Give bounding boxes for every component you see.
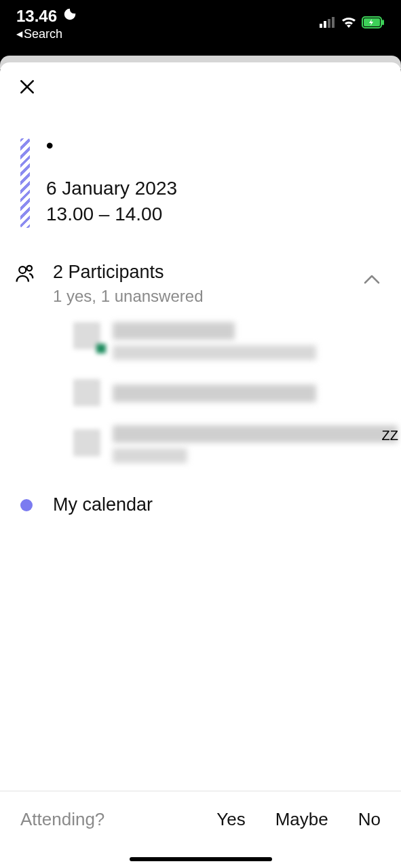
participant-avatar	[73, 429, 100, 456]
participant-row[interactable]	[73, 322, 385, 360]
participant-zz-label: ZZ	[382, 428, 398, 443]
participant-detail-redacted	[113, 448, 187, 463]
event-color-stripe	[20, 138, 30, 228]
rsvp-footer: Attending? Yes Maybe No	[0, 791, 401, 868]
svg-rect-1	[324, 21, 326, 28]
participants-section: 2 Participants 1 yes, 1 unanswered	[0, 228, 401, 482]
cellular-signal-icon	[320, 17, 336, 31]
close-button[interactable]	[16, 76, 38, 98]
participants-title: 2 Participants	[53, 262, 345, 283]
rsvp-maybe-button[interactable]: Maybe	[275, 809, 328, 830]
event-date: 6 January 2023	[46, 178, 385, 199]
status-right	[320, 16, 385, 31]
svg-rect-2	[328, 19, 330, 28]
calendar-label: My calendar	[53, 494, 153, 515]
rsvp-no-button[interactable]: No	[358, 809, 381, 830]
collapse-participants-button[interactable]	[363, 262, 385, 288]
participant-row[interactable]: ZZ	[73, 425, 385, 463]
battery-charging-icon	[362, 16, 385, 31]
do-not-disturb-icon	[62, 7, 77, 26]
svg-point-7	[19, 267, 26, 273]
event-info-section: • 6 January 2023 13.00 – 14.00	[0, 98, 401, 228]
sheet-header	[0, 62, 401, 98]
back-triangle-icon: ◀	[16, 29, 22, 39]
status-time: 13.46	[16, 7, 57, 26]
participant-name-redacted	[113, 322, 235, 340]
close-icon	[18, 78, 36, 96]
rsvp-yes-button[interactable]: Yes	[216, 809, 245, 830]
participant-name-redacted	[113, 384, 316, 402]
rsvp-label: Attending?	[20, 809, 104, 830]
event-detail-sheet: • 6 January 2023 13.00 – 14.00 2 Partici…	[0, 62, 401, 868]
participant-name-redacted	[113, 425, 398, 443]
participant-row[interactable]	[73, 379, 385, 406]
svg-rect-3	[332, 17, 335, 28]
calendar-color-dot	[20, 499, 33, 511]
home-indicator[interactable]	[130, 857, 272, 861]
svg-rect-6	[382, 20, 384, 25]
svg-point-8	[27, 266, 33, 271]
calendar-row[interactable]: My calendar	[0, 482, 401, 515]
status-bar: 13.46 ◀ Search	[0, 0, 401, 47]
back-to-search[interactable]: ◀ Search	[16, 27, 77, 41]
participant-avatar	[73, 322, 100, 349]
chevron-up-icon	[363, 274, 381, 285]
status-indicator	[96, 344, 106, 353]
wifi-icon	[341, 17, 356, 31]
people-icon	[15, 263, 35, 286]
participants-status: 1 yes, 1 unanswered	[53, 287, 345, 306]
svg-rect-0	[320, 24, 322, 28]
event-title: •	[46, 136, 385, 156]
event-time: 13.00 – 14.00	[46, 203, 385, 225]
participants-header[interactable]: 2 Participants 1 yes, 1 unanswered	[15, 262, 385, 306]
participant-avatar	[73, 379, 100, 406]
back-label: Search	[24, 27, 62, 41]
status-left: 13.46 ◀ Search	[16, 7, 77, 41]
participant-list: ZZ	[15, 306, 385, 463]
participant-email-redacted	[113, 345, 316, 360]
